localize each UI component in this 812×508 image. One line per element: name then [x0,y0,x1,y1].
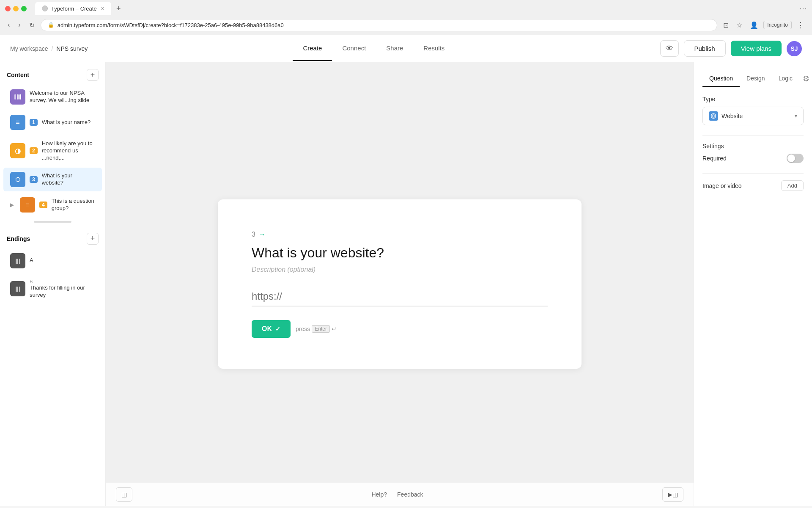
question-title[interactable]: What is your website? [252,245,548,261]
required-label: Required [702,155,727,162]
help-link[interactable]: Help? [371,491,387,498]
sidebar-item-q4[interactable]: ▶ ≡ 4 This is a question group? [3,193,102,217]
tab-title: Typeform – Create [51,6,97,12]
feedback-link[interactable]: Feedback [397,491,423,498]
tab-create[interactable]: Create [293,36,332,61]
expand-icon: ▶◫ [668,491,678,498]
expand-icon: ▶ [10,202,14,208]
panel-divider-2 [702,173,804,174]
sidebar-item-q1[interactable]: ≡ 1 What is your name? [3,110,102,134]
ok-btn[interactable]: OK ✓ [252,320,291,338]
url-text: admin.typeform.com/form/sWDtsfDj/create?… [58,22,284,28]
sidebar-item-q3[interactable]: ⬡ 3 What is your website? [3,168,102,191]
q2-text: How likely are you to recommend us ...ri… [42,140,95,162]
tab-share[interactable]: Share [376,36,413,61]
sidebar-divider [34,221,71,223]
tab-question[interactable]: Question [702,71,740,87]
press-enter-hint: press Enter ↵ [296,325,337,333]
slide-icon [10,89,25,105]
window-more-btn[interactable]: ⋯ [799,4,807,13]
sidebar: Content + Welcome to our NPSA survey. We… [0,62,106,506]
ending-a-label: A [30,257,95,264]
reload-btn[interactable]: ↻ [27,19,37,31]
q4-icon: ≡ [20,197,35,213]
sidebar-item-slide[interactable]: Welcome to our NPSA survey. We wil...ing… [3,85,102,109]
app-main: Content + Welcome to our NPSA survey. We… [0,62,812,506]
minimize-window-btn[interactable] [13,6,19,11]
expand-panel-btn[interactable]: ▶◫ [662,487,683,502]
endings-label: Endings [7,235,30,242]
q4-text: This is a question group? [52,198,95,212]
cast-icon[interactable]: ⊡ [721,19,731,31]
svg-rect-2 [19,94,21,99]
image-video-label: Image or video [702,182,742,189]
chevron-down-icon: ▾ [795,113,797,119]
footer-links: Help? Feedback [371,491,423,498]
add-media-btn[interactable]: Add [781,180,804,191]
address-input[interactable]: 🔒 admin.typeform.com/form/sWDtsfDj/creat… [41,19,718,31]
tab-results[interactable]: Results [413,36,455,61]
press-label: press [296,326,310,332]
add-endings-btn[interactable]: + [87,233,99,245]
profile-icon[interactable]: 👤 [747,19,761,31]
q1-number: 1 [30,119,38,126]
ending-a-icon: ||| [10,253,25,268]
q3-number: 3 [30,176,38,183]
url-input[interactable] [252,287,548,306]
required-toggle[interactable] [787,154,804,163]
close-window-btn[interactable] [5,6,11,11]
breadcrumb: My workspace / NPS survey [10,45,88,52]
tab-favicon [42,6,48,11]
image-video-row: Image or video Add [702,180,804,191]
publish-btn[interactable]: Publish [684,40,726,57]
website-type-icon [709,111,718,121]
incognito-badge: Incognito [763,21,792,29]
preview-btn[interactable]: 👁 [660,40,679,57]
forward-btn[interactable]: › [16,19,23,30]
view-plans-btn[interactable]: View plans [731,41,782,56]
svg-rect-0 [14,94,16,99]
avatar[interactable]: SJ [787,41,802,56]
browser-chrome: Typeform – Create × + ⋯ ‹ › ↻ 🔒 admin.ty… [0,0,812,35]
ending-b-letter: B [30,279,95,284]
browser-toolbar-actions: ⊡ ☆ 👤 Incognito ⋮ [721,19,807,31]
sidebar-item-q2[interactable]: ◑ 2 How likely are you to recommend us .… [3,136,102,166]
content-area: 3 → What is your website? Description (o… [106,62,694,506]
address-bar-row: ‹ › ↻ 🔒 admin.typeform.com/form/sWDtsfDj… [0,17,812,35]
maximize-window-btn[interactable] [21,6,27,11]
type-dropdown[interactable]: Website ▾ [702,107,804,125]
collapse-sidebar-btn[interactable]: ◫ [116,487,132,502]
question-description[interactable]: Description (optional) [252,266,548,273]
tab-connect[interactable]: Connect [332,36,376,61]
required-row: Required [702,154,804,163]
image-video-section: Image or video Add [702,180,804,191]
sidebar-item-ending-b[interactable]: ||| B Thanks for filling in our survey [3,274,102,303]
sidebar-item-ending-a[interactable]: ||| A [3,249,102,273]
question-number: 3 [252,231,255,238]
workspace-link[interactable]: My workspace [10,45,48,52]
ok-checkmark: ✓ [275,326,280,332]
type-label: Type [702,96,804,102]
browser-tabs: Typeform – Create × + [35,2,124,15]
toggle-knob [787,155,795,162]
back-btn[interactable]: ‹ [5,19,12,30]
content-footer: ◫ Help? Feedback ▶◫ [106,482,694,506]
q2-number: 2 [30,147,38,154]
question-number-row: 3 → [252,231,548,238]
browser-more-btn[interactable]: ⋮ [794,19,807,31]
question-arrow: → [259,231,266,238]
app-header: My workspace / NPS survey Create Connect… [0,35,812,62]
add-content-btn[interactable]: + [87,69,99,81]
tab-design[interactable]: Design [740,71,772,87]
type-section: Type Website ▾ [702,96,804,125]
tab-close-btn[interactable]: × [101,5,104,12]
bookmark-icon[interactable]: ☆ [734,19,745,31]
tab-logic[interactable]: Logic [772,71,799,87]
header-actions: 👁 Publish View plans SJ [660,40,802,57]
settings-gear-icon[interactable]: ⚙ [799,71,812,87]
panel-divider-1 [702,135,804,136]
collapse-icon: ◫ [121,491,127,498]
window-controls [5,6,27,11]
new-tab-btn[interactable]: + [113,4,124,13]
active-tab[interactable]: Typeform – Create × [35,2,111,15]
